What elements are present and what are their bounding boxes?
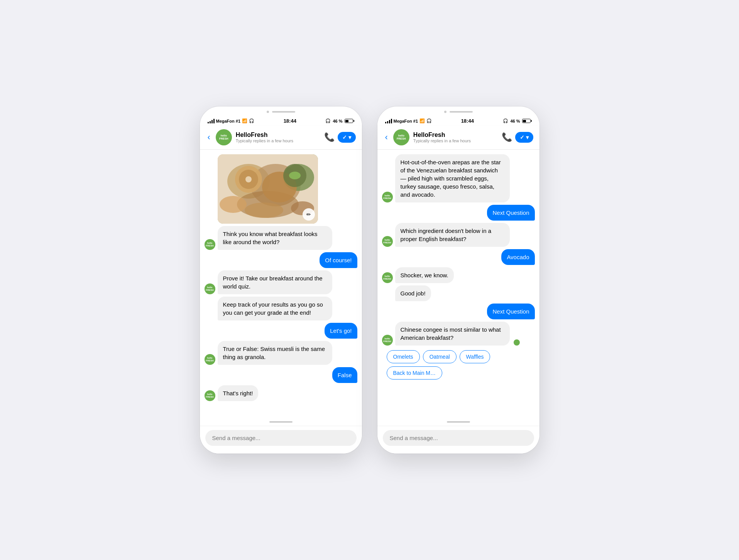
signal-bar-1 <box>208 122 209 123</box>
status-right-2: 🎧 46 % <box>503 118 531 123</box>
brand-sub-1: Typically replies in a few hours <box>236 138 320 143</box>
msg-row-bot-4: helloFRESH True or False: Swiss muesli i… <box>205 341 357 365</box>
status-left-1: MegaFon #1 📶 🎧 <box>208 118 255 123</box>
msg-bubble-p2-bot-2: Which ingredient doesn't below in a prop… <box>395 223 510 247</box>
msg-bubble-p2-bot-4: Good job! <box>395 285 431 301</box>
phone-icon-1[interactable]: 📞 <box>324 132 335 142</box>
checkmark-icon-2: ✓ <box>520 134 524 140</box>
headphone-icon-1: 🎧 <box>249 118 254 123</box>
msg-row-bot-1: helloFRESH Think you know what breakfast… <box>205 226 357 250</box>
msg-row-p2-bot-2: helloFRESH Which ingredient doesn't belo… <box>382 223 535 247</box>
bot-avatar-small-5: helloFRESH <box>205 390 215 401</box>
chat-input-area-1[interactable] <box>200 426 362 454</box>
signal-bars-2 <box>385 119 392 123</box>
bot-avatar-p2-5: helloFRESH <box>382 335 393 346</box>
msg-row-bot-3: Keep track of your results as you go so … <box>205 297 357 320</box>
headphone-icon-2: 🎧 <box>426 118 432 123</box>
signal-bar-4 <box>213 119 215 123</box>
signal-bar-3 <box>211 120 213 123</box>
chat-messages-2: helloFRESH Hot-out-of-the-oven arepas ar… <box>377 150 539 421</box>
notch-dot-2 <box>444 111 446 113</box>
msg-bubble-p2-user-1: Next Question <box>487 205 534 221</box>
quick-replies-2: Omelets Oatmeal Waffles Back to Main M… <box>382 348 535 382</box>
back-button-2[interactable]: ‹ <box>384 132 389 142</box>
battery-body-1 <box>345 119 353 123</box>
message-input-2[interactable] <box>383 430 534 446</box>
msg-row-user-1: Of course! <box>205 252 357 268</box>
msg-row-p2-user-2: Avocado <box>382 249 535 265</box>
phone-icon-2[interactable]: 📞 <box>502 132 512 142</box>
phone-2: MegaFon #1 📶 🎧 18:44 🎧 46 % ‹ helloFRESH <box>377 106 539 454</box>
scroll-indicator-1 <box>269 421 293 423</box>
msg-bubble-bot-4: True or False: Swiss muesli is the same … <box>218 341 332 365</box>
chevron-down-icon-1: ▾ <box>348 134 351 140</box>
msg-bubble-p2-user-2: Avocado <box>501 249 534 265</box>
messenger-btn-2[interactable]: ✓ ▾ <box>515 132 533 143</box>
bot-avatar-small-4: helloFRESH <box>205 354 215 365</box>
quick-reply-back-to-main[interactable]: Back to Main M… <box>387 366 442 380</box>
carrier-1: MegaFon #1 <box>216 119 241 123</box>
notch-bar-2 <box>450 111 473 113</box>
scroll-indicator-2 <box>447 421 470 423</box>
msg-bubble-p2-user-3: Next Question <box>487 304 534 319</box>
notch-dot-1 <box>267 111 269 113</box>
quick-reply-omelets[interactable]: Omelets <box>387 350 420 363</box>
headset-icon-1: 🎧 <box>325 118 331 123</box>
msg-row-p2-user-3: Next Question <box>382 304 535 319</box>
msg-bubble-p2-bot-5: Chinese congee is most similar to what A… <box>395 322 510 346</box>
msg-bubble-user-2: Let's go! <box>325 323 357 339</box>
signal-bars-1 <box>208 119 215 123</box>
chat-input-area-2[interactable] <box>377 426 539 454</box>
svg-point-12 <box>289 172 301 179</box>
notch-1 <box>200 106 362 114</box>
header-actions-2: 📞 ✓ ▾ <box>502 132 533 143</box>
battery-body-2 <box>522 119 531 123</box>
brand-avatar-2: helloFRESH <box>393 129 409 145</box>
bot-avatar-p2-1: helloFRESH <box>382 192 393 202</box>
headset-icon-2: 🎧 <box>503 118 508 123</box>
notch-2 <box>377 106 539 114</box>
quick-reply-waffles[interactable]: Waffles <box>460 350 490 363</box>
header-actions-1: 📞 ✓ ▾ <box>324 132 356 143</box>
quick-reply-oatmeal[interactable]: Oatmeal <box>423 350 457 363</box>
battery-icon-2 <box>522 119 532 123</box>
message-input-1[interactable] <box>205 430 357 446</box>
battery-fill-2 <box>523 120 526 122</box>
phone-wrapper: MegaFon #1 📶 🎧 18:44 🎧 46 % ‹ helloFRESH <box>200 106 539 454</box>
chat-header-info-1: HelloFresh Typically replies in a few ho… <box>236 132 320 143</box>
battery-percent-2: 46 % <box>510 119 520 123</box>
chevron-down-icon-2: ▾ <box>526 134 529 140</box>
time-1: 18:44 <box>284 118 296 124</box>
food-edit-btn-1[interactable]: ✏ <box>303 208 315 221</box>
status-right-1: 🎧 46 % <box>325 118 354 123</box>
msg-bubble-user-3: False <box>332 367 357 383</box>
msg-row-p2-user-1: Next Question <box>382 205 535 221</box>
msg-bubble-p2-bot-1: Hot-out-of-the-oven arepas are the star … <box>395 154 510 202</box>
brand-name-2: HelloFresh <box>413 132 498 138</box>
msg-row-p2-bot-5: helloFRESH Chinese congee is most simila… <box>382 322 535 346</box>
signal-bar-2-2 <box>387 121 388 123</box>
bot-avatar-p2-2: helloFRESH <box>382 236 393 247</box>
back-button-1[interactable]: ‹ <box>206 132 212 142</box>
brand-name-1: HelloFresh <box>236 132 320 138</box>
bot-avatar-small-2: helloFRESH <box>205 283 215 294</box>
notch-bar-1 <box>272 111 295 113</box>
chat-messages-1: ✏ helloFRESH Think you know what breakfa… <box>200 150 362 421</box>
carrier-2: MegaFon #1 <box>394 119 418 123</box>
msg-row-user-3: False <box>205 367 357 383</box>
battery-icon-1 <box>345 119 354 123</box>
chat-header-info-2: HelloFresh Typically replies in a few ho… <box>413 132 498 143</box>
phone-1: MegaFon #1 📶 🎧 18:44 🎧 46 % ‹ helloFRESH <box>200 106 362 454</box>
msg-row-user-2: Let's go! <box>205 323 357 339</box>
bot-avatar-small-1: helloFRESH <box>205 239 215 250</box>
mini-avatar-p2 <box>514 339 520 346</box>
battery-fill-1 <box>345 120 348 122</box>
msg-bubble-p2-bot-3: Shocker, we know. <box>395 267 454 283</box>
time-2: 18:44 <box>461 118 474 124</box>
msg-row-p2-bot-4: Good job! <box>382 285 535 301</box>
chat-header-2: ‹ helloFRESH HelloFresh Typically replie… <box>377 126 539 150</box>
messenger-btn-1[interactable]: ✓ ▾ <box>338 132 356 143</box>
signal-bar-2 <box>210 121 211 123</box>
msg-bubble-bot-5: That's right! <box>218 385 259 401</box>
msg-row-p2-bot-1: helloFRESH Hot-out-of-the-oven arepas ar… <box>382 154 535 202</box>
